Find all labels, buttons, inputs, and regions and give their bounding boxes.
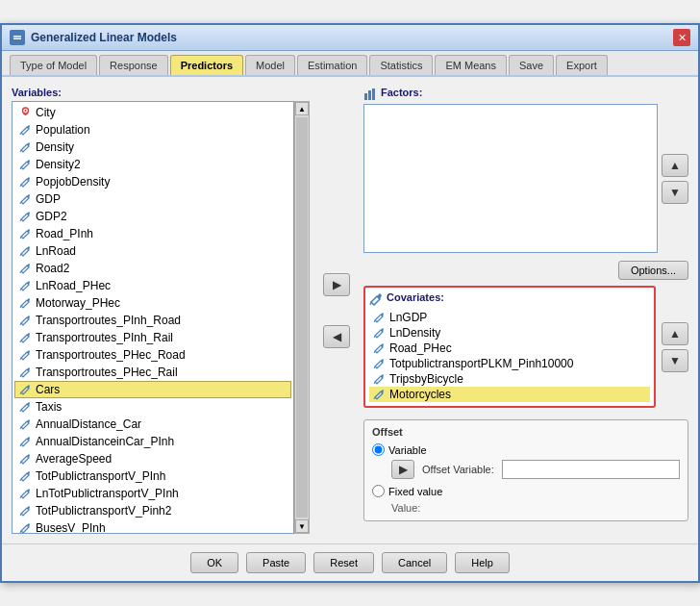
covariate-motorcycles-label: Motorcycles bbox=[389, 388, 451, 401]
list-item[interactable]: AnnualDistance_Car bbox=[14, 416, 291, 433]
cancel-button[interactable]: Cancel bbox=[382, 552, 447, 573]
tab-save[interactable]: Save bbox=[509, 55, 554, 75]
variables-scrollbar[interactable]: ▲ ▼ bbox=[294, 101, 310, 534]
list-item[interactable]: BusesV_PInh bbox=[14, 519, 291, 534]
list-item[interactable]: Taxis bbox=[14, 398, 291, 416]
tab-estimation[interactable]: Estimation bbox=[297, 55, 367, 75]
factors-up-button[interactable]: ▲ bbox=[662, 154, 688, 177]
offset-variable-input[interactable] bbox=[502, 460, 680, 479]
help-button[interactable]: Help bbox=[455, 552, 510, 573]
list-item[interactable]: City bbox=[14, 104, 291, 121]
var-totpublictransportv-pinh2-label: TotPublictransportV_Pinh2 bbox=[36, 504, 171, 518]
tab-predictors[interactable]: Predictors bbox=[170, 55, 243, 75]
list-item[interactable]: Density2 bbox=[14, 156, 291, 173]
tab-bar: Type of Model Response Predictors Model … bbox=[2, 51, 698, 77]
var-transportroutes-pinh-rail-label: Transportroutes_PInh_Rail bbox=[36, 331, 173, 344]
covariate-item[interactable]: Road_PHec bbox=[369, 341, 650, 356]
covariate-item[interactable]: TripsbyBicycle bbox=[369, 371, 650, 387]
list-item[interactable]: LnRoad_PHec bbox=[14, 277, 291, 294]
list-item[interactable]: Road_PInh bbox=[14, 225, 291, 242]
factors-listbox[interactable] bbox=[363, 104, 658, 253]
tab-type-of-model[interactable]: Type of Model bbox=[10, 55, 97, 75]
covariate-item-motorcycles[interactable]: Motorcycles bbox=[369, 387, 650, 402]
pen-icon bbox=[18, 192, 32, 206]
paste-button[interactable]: Paste bbox=[246, 552, 306, 573]
tab-response[interactable]: Response bbox=[99, 55, 168, 75]
variables-listbox[interactable]: City Population Density bbox=[12, 101, 294, 534]
move-to-factors-button[interactable]: ▶ bbox=[323, 273, 350, 296]
pen-icon bbox=[18, 331, 32, 344]
svg-line-11 bbox=[20, 237, 21, 239]
factors-arrows: ▲ ▼ bbox=[662, 104, 688, 253]
factors-down-button[interactable]: ▼ bbox=[662, 181, 688, 204]
svg-line-22 bbox=[20, 427, 21, 429]
covariates-section: Covariates: LnGDP LnDensity bbox=[363, 286, 656, 408]
pen-icon bbox=[18, 314, 32, 327]
svg-point-4 bbox=[24, 110, 26, 112]
covariates-down-button[interactable]: ▼ bbox=[662, 349, 688, 372]
covariates-up-button[interactable]: ▲ bbox=[662, 322, 688, 345]
list-item[interactable]: PopjobDensity bbox=[14, 173, 291, 190]
scroll-down-button[interactable]: ▼ bbox=[295, 519, 309, 533]
var-gdp-label: GDP bbox=[36, 192, 61, 206]
svg-line-35 bbox=[374, 336, 375, 338]
var-transportroutes-phec-road-label: Transportroutes_PHec_Road bbox=[36, 348, 186, 362]
tab-model[interactable]: Model bbox=[245, 55, 295, 75]
move-to-covariates-button[interactable]: ◀ bbox=[323, 325, 350, 348]
pen-icon bbox=[18, 521, 32, 534]
list-item[interactable]: Population bbox=[14, 121, 291, 139]
right-arrow-icon: ▶ bbox=[333, 278, 341, 291]
svg-line-37 bbox=[374, 366, 375, 368]
list-item[interactable]: LnRoad bbox=[14, 242, 291, 260]
offset-fixed-row: Fixed value bbox=[372, 485, 680, 497]
list-item[interactable]: Transportroutes_PHec_Rail bbox=[14, 364, 291, 381]
close-button[interactable]: ✕ bbox=[673, 29, 690, 46]
pen-icon bbox=[372, 311, 386, 324]
var-cars-label: Cars bbox=[36, 383, 60, 396]
var-road-pinh-label: Road_PInh bbox=[36, 227, 93, 240]
svg-line-27 bbox=[20, 514, 21, 516]
covariate-item[interactable]: TotpublictransportPLKM_Pinh10000 bbox=[369, 356, 650, 371]
covariate-item[interactable]: LnGDP bbox=[369, 310, 650, 325]
factors-label: Factors: bbox=[381, 87, 422, 98]
tab-export[interactable]: Export bbox=[556, 55, 608, 75]
covariate-totpublictransportplkm-label: TotpublictransportPLKM_Pinh10000 bbox=[389, 357, 573, 370]
fixed-value-radio[interactable] bbox=[372, 485, 385, 497]
list-item[interactable]: GDP2 bbox=[14, 208, 291, 225]
svg-line-5 bbox=[20, 133, 21, 135]
pen-icon bbox=[18, 279, 32, 292]
covariates-section-wrapper: Covariates: LnGDP LnDensity bbox=[363, 286, 688, 408]
list-item[interactable]: Density bbox=[14, 139, 291, 156]
svg-line-38 bbox=[374, 382, 375, 384]
svg-line-20 bbox=[20, 392, 21, 394]
scroll-up-button[interactable]: ▲ bbox=[295, 102, 309, 115]
list-item[interactable]: LnTotPublictransportV_PInh bbox=[14, 485, 291, 502]
list-item[interactable]: Transportroutes_PInh_Rail bbox=[14, 329, 291, 346]
fixed-value-radio-text: Fixed value bbox=[388, 486, 442, 497]
list-item[interactable]: GDP bbox=[14, 190, 291, 208]
tab-statistics[interactable]: Statistics bbox=[369, 55, 433, 75]
covariates-pen-icon bbox=[369, 292, 383, 306]
list-item[interactable]: AnnualDistanceinCar_PInh bbox=[14, 433, 291, 450]
list-item[interactable]: TotPublictransportV_Pinh2 bbox=[14, 502, 291, 519]
tab-em-means[interactable]: EM Means bbox=[435, 55, 507, 75]
variable-radio-label[interactable]: Variable bbox=[372, 443, 427, 456]
covariate-item[interactable]: LnDensity bbox=[369, 325, 650, 341]
offset-transfer-button[interactable]: ▶ bbox=[391, 460, 414, 479]
covariates-listbox[interactable]: LnGDP LnDensity Road_PHec bbox=[369, 310, 650, 402]
list-item[interactable]: Transportroutes_PInh_Road bbox=[14, 312, 291, 329]
list-item[interactable]: Transportroutes_PHec_Road bbox=[14, 346, 291, 364]
pen-icon bbox=[18, 383, 32, 396]
list-item[interactable]: Road2 bbox=[14, 260, 291, 277]
reset-button[interactable]: Reset bbox=[313, 552, 374, 573]
list-item[interactable]: AverageSpeed bbox=[14, 450, 291, 467]
list-item[interactable]: Motorway_PHec bbox=[14, 294, 291, 312]
ok-button[interactable]: OK bbox=[190, 552, 238, 573]
list-item-cars[interactable]: Cars bbox=[14, 381, 291, 398]
options-button[interactable]: Options... bbox=[618, 261, 688, 280]
var-density-label: Density bbox=[36, 140, 74, 154]
variable-radio[interactable] bbox=[372, 443, 385, 456]
fixed-value-radio-label[interactable]: Fixed value bbox=[372, 485, 442, 497]
list-item[interactable]: TotPublictransportV_PInh bbox=[14, 467, 291, 485]
pen-icon bbox=[18, 262, 32, 275]
